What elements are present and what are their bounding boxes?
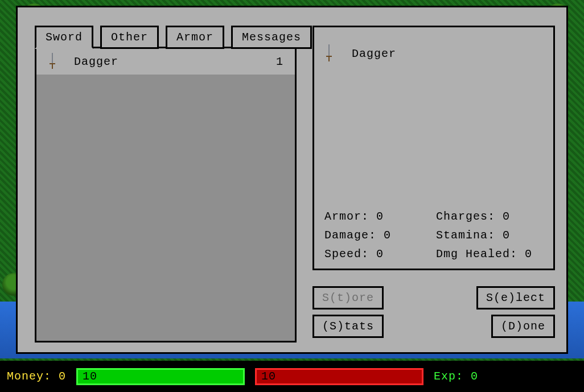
svg-rect-5 [328, 57, 330, 61]
stats-button[interactable]: (S)tats [312, 315, 384, 338]
stat-armor: Armor: 0 [324, 210, 431, 223]
done-button[interactable]: (D)one [491, 315, 555, 338]
store-button[interactable]: S(t)ore [312, 286, 384, 310]
tab-bar: Sword Other Armor Messages [35, 26, 312, 49]
stat-stamina: Stamina: 0 [436, 229, 543, 242]
inventory-window: Sword Other Armor Messages Dagger 1 [16, 6, 568, 354]
svg-rect-3 [328, 44, 330, 56]
stat-dmg-healed: Dmg Healed: 0 [436, 247, 543, 261]
svg-rect-1 [50, 63, 55, 64]
status-bar: Money: 0 10 10 Exp: 0 [0, 361, 584, 392]
mp-bar: 10 [255, 368, 423, 385]
button-row-1: S(t)ore S(e)lect [312, 286, 555, 310]
exp-label: Exp: 0 [434, 370, 478, 383]
svg-rect-0 [52, 53, 53, 63]
tab-other[interactable]: Other [100, 26, 159, 49]
item-stats-grid: Armor: 0 Charges: 0 Damage: 0 Stamina: 0… [324, 210, 543, 261]
money-label: Money: 0 [7, 370, 66, 383]
inventory-list-panel: Dagger 1 [35, 47, 297, 343]
stat-charges: Charges: 0 [436, 210, 543, 223]
select-button[interactable]: S(e)lect [476, 286, 555, 310]
tab-messages[interactable]: Messages [231, 26, 312, 49]
hp-bar: 10 [76, 368, 245, 385]
inventory-item-name: Dagger [71, 55, 261, 68]
tab-armor[interactable]: Armor [166, 26, 224, 49]
inventory-item-qty: 1 [261, 55, 283, 68]
stat-speed: Speed: 0 [324, 247, 431, 261]
button-row-2: (S)tats (D)one [312, 315, 555, 338]
inventory-row[interactable]: Dagger 1 [36, 48, 295, 75]
detail-item-name: Dagger [352, 47, 396, 60]
dagger-icon [324, 44, 342, 63]
hp-value: 10 [83, 370, 97, 383]
mp-value: 10 [261, 370, 276, 383]
stat-damage: Damage: 0 [324, 229, 431, 242]
item-detail-panel: Dagger Armor: 0 Charges: 0 Damage: 0 Sta… [312, 26, 555, 270]
dagger-icon [48, 53, 71, 70]
svg-rect-4 [326, 56, 332, 57]
svg-rect-2 [52, 64, 53, 69]
tab-sword[interactable]: Sword [35, 26, 93, 49]
